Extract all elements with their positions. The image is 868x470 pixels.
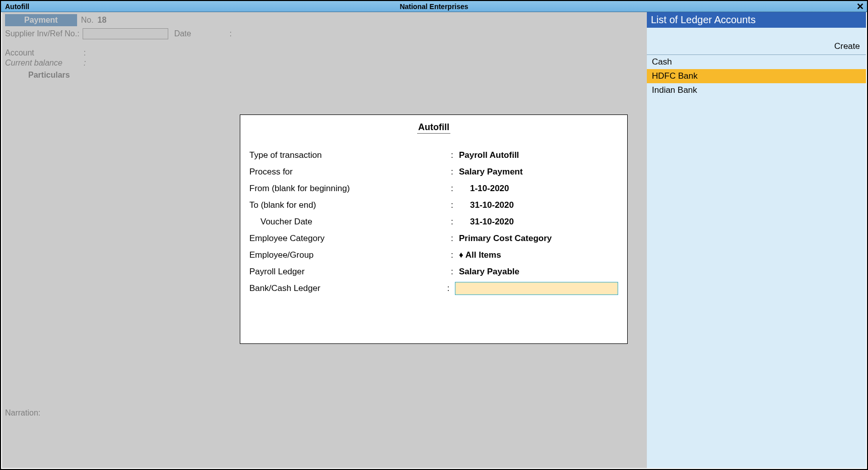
autofill-title: Autofill (249, 122, 618, 133)
type-of-transaction-value[interactable]: Payroll Autofill (459, 147, 519, 163)
ledger-create-link[interactable]: Create (647, 28, 866, 55)
employee-group-label: Employee/Group (249, 247, 451, 263)
ledger-panel-title: List of Ledger Accounts (647, 12, 866, 28)
employee-group-value[interactable]: ♦ All Items (459, 247, 501, 263)
type-of-transaction-label: Type of transaction (249, 147, 451, 163)
to-date-label: To (blank for end) (249, 197, 451, 213)
payroll-ledger-label: Payroll Ledger (249, 263, 451, 280)
process-for-label: Process for (249, 163, 451, 180)
process-for-value[interactable]: Salary Payment (459, 163, 523, 180)
ledger-list: CashHDFC BankIndian Bank (647, 55, 866, 468)
to-date-value[interactable]: 31-10-2020 (459, 197, 514, 213)
voucher-date-label: Voucher Date (249, 213, 451, 230)
voucher-date-value[interactable]: 31-10-2020 (459, 213, 514, 230)
autofill-dialog: Autofill Type of transaction : Payroll A… (240, 114, 628, 344)
ledger-item[interactable]: Indian Bank (647, 83, 866, 97)
from-date-label: From (blank for beginning) (249, 180, 451, 197)
employee-category-label: Employee Category (249, 230, 451, 247)
titlebar: Autofill National Enterprises ✕ (1, 1, 867, 12)
bank-cash-ledger-input[interactable] (455, 282, 618, 295)
titlebar-center: National Enterprises (399, 3, 468, 11)
bank-cash-ledger-label: Bank/Cash Ledger (249, 280, 447, 297)
ledger-accounts-panel: List of Ledger Accounts Create CashHDFC … (647, 12, 866, 468)
ledger-item[interactable]: Cash (647, 55, 866, 69)
titlebar-left: Autofill (5, 3, 29, 11)
close-icon[interactable]: ✕ (856, 2, 864, 11)
employee-category-value[interactable]: Primary Cost Category (459, 230, 552, 247)
payroll-ledger-value[interactable]: Salary Payable (459, 263, 519, 280)
from-date-value[interactable]: 1-10-2020 (459, 180, 509, 197)
ledger-item[interactable]: HDFC Bank (647, 69, 866, 83)
